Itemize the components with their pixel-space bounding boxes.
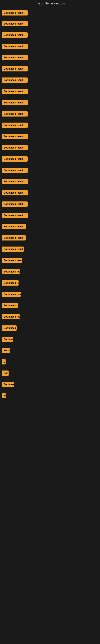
bottleneck-item: Bottleneck result: [1, 108, 99, 120]
bottleneck-item: Bottleneck result: [1, 30, 99, 41]
bottleneck-badge[interactable]: Bottleneck result: [1, 78, 28, 83]
bottleneck-badge[interactable]: Bottleneck result: [1, 21, 28, 26]
bottleneck-badge[interactable]: Bottleneck result: [1, 246, 24, 252]
bottleneck-item: Bottleneck result: [1, 221, 99, 232]
bottleneck-item: Bottleneck result: [1, 52, 99, 63]
bottleneck-badge[interactable]: Bottleneck result: [1, 66, 28, 72]
bottleneck-badge[interactable]: Bottleneck result: [1, 337, 13, 342]
bottleneck-item: Bottleneck result: [1, 7, 99, 18]
bottleneck-item: Bottleneck result: [1, 311, 99, 322]
bottleneck-item: Bottleneck result: [1, 277, 99, 288]
bottleneck-badge[interactable]: Bottleneck result: [1, 111, 28, 116]
bottleneck-item: Bottleneck result: [1, 187, 99, 198]
bottleneck-badge[interactable]: Bottleneck result: [1, 224, 26, 229]
bottleneck-item: Bottleneck result: [1, 356, 99, 368]
bottleneck-item: Bottleneck result: [1, 164, 99, 176]
bottleneck-item: Bottleneck result: [1, 266, 99, 277]
bottleneck-item: Bottleneck result: [1, 176, 99, 187]
bottleneck-badge[interactable]: Bottleneck result: [1, 303, 18, 308]
bottleneck-badge[interactable]: Bottleneck result: [1, 258, 22, 263]
bottleneck-item: Bottleneck result: [1, 379, 99, 390]
bottleneck-item: Bottleneck result: [1, 244, 99, 255]
bottleneck-item: Bottleneck result: [1, 255, 99, 266]
bottleneck-item: Bottleneck result: [1, 232, 99, 244]
bottleneck-badge[interactable]: Bottleneck result: [1, 190, 28, 196]
bottleneck-item: Bottleneck result: [1, 131, 99, 142]
bottleneck-item: Bottleneck result: [1, 86, 99, 97]
bottleneck-badge[interactable]: Bottleneck result: [1, 269, 20, 274]
bottleneck-badge[interactable]: Bottleneck result: [1, 89, 28, 94]
bottleneck-item: Bottleneck result: [1, 322, 99, 334]
bottleneck-badge[interactable]: Bottleneck result: [1, 314, 20, 320]
site-title-bar: TheBottlenecker.com: [0, 0, 100, 7]
bottleneck-item: Bottleneck result: [1, 153, 99, 164]
bottleneck-item: Bottleneck result: [1, 390, 99, 401]
bottleneck-list: Bottleneck resultBottleneck resultBottle…: [0, 7, 100, 401]
bottleneck-badge[interactable]: Bottleneck result: [1, 326, 17, 331]
bottleneck-badge[interactable]: Bottleneck result: [1, 168, 28, 173]
bottleneck-item: Bottleneck result: [1, 41, 99, 52]
bottleneck-item: Bottleneck result: [1, 368, 99, 379]
bottleneck-badge[interactable]: Bottleneck result: [1, 179, 28, 184]
bottleneck-item: Bottleneck result: [1, 288, 99, 300]
bottleneck-badge[interactable]: Bottleneck result: [1, 370, 9, 376]
bottleneck-badge[interactable]: Bottleneck result: [1, 280, 19, 286]
bottleneck-badge[interactable]: Bottleneck result: [1, 213, 28, 218]
bottleneck-badge[interactable]: Bottleneck result: [1, 55, 28, 60]
bottleneck-item: Bottleneck result: [1, 97, 99, 108]
bottleneck-badge[interactable]: Bottleneck result: [1, 32, 28, 38]
bottleneck-badge[interactable]: Bottleneck result: [1, 348, 10, 353]
bottleneck-badge[interactable]: Bottleneck result: [1, 134, 28, 139]
bottleneck-badge[interactable]: Bottleneck result: [1, 10, 28, 16]
bottleneck-badge[interactable]: Bottleneck result: [1, 359, 6, 364]
bottleneck-item: Bottleneck result: [1, 334, 99, 345]
bottleneck-badge[interactable]: Bottleneck result: [1, 44, 28, 49]
bottleneck-badge[interactable]: Bottleneck result: [1, 156, 28, 162]
bottleneck-item: Bottleneck result: [1, 210, 99, 221]
bottleneck-item: Bottleneck result: [1, 18, 99, 30]
bottleneck-item: Bottleneck result: [1, 142, 99, 153]
bottleneck-item: Bottleneck result: [1, 345, 99, 356]
bottleneck-badge[interactable]: Bottleneck result: [1, 393, 6, 398]
bottleneck-badge[interactable]: Bottleneck result: [1, 235, 26, 240]
site-title: TheBottlenecker.com: [0, 0, 100, 7]
bottleneck-item: Bottleneck result: [1, 120, 99, 131]
bottleneck-badge[interactable]: Bottleneck result: [1, 145, 28, 150]
bottleneck-badge[interactable]: Bottleneck result: [1, 100, 28, 105]
bottleneck-item: Bottleneck result: [1, 63, 99, 74]
bottleneck-badge[interactable]: Bottleneck result: [1, 122, 28, 128]
bottleneck-item: Bottleneck result: [1, 74, 99, 86]
bottleneck-item: Bottleneck result: [1, 300, 99, 311]
bottleneck-item: Bottleneck result: [1, 198, 99, 210]
bottleneck-badge[interactable]: Bottleneck result: [1, 202, 28, 207]
bottleneck-badge[interactable]: Bottleneck result: [1, 382, 14, 387]
bottleneck-badge[interactable]: Bottleneck result: [1, 292, 21, 297]
